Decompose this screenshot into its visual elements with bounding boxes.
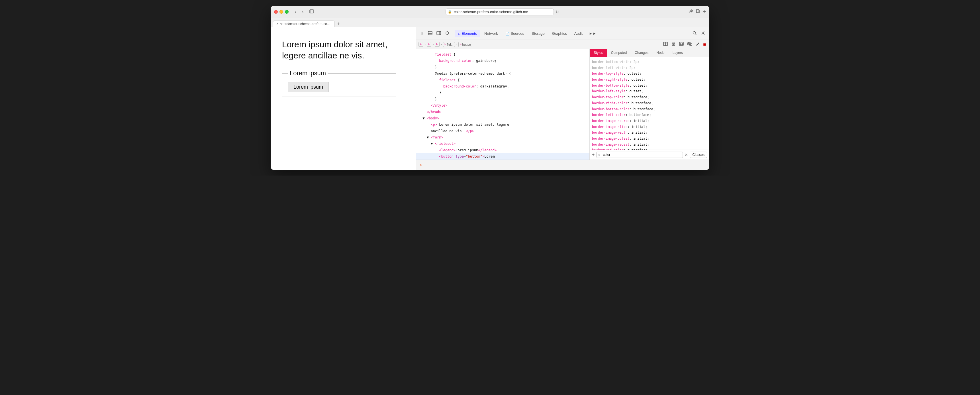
styles-tab-layers[interactable]: Layers [669, 49, 687, 57]
devtools-breadcrumb: E › E › E › E fiel... › E button [416, 40, 710, 49]
print-tool-button[interactable] [670, 41, 677, 48]
tab-graphics[interactable]: Graphics [549, 30, 570, 37]
devtools-close-button[interactable]: ✕ [418, 30, 426, 37]
grid-tool-button[interactable] [662, 41, 669, 48]
color-picker-button[interactable]: ■ [702, 41, 707, 48]
traffic-lights [274, 10, 289, 14]
breadcrumb-button[interactable]: E button [458, 42, 473, 47]
new-tab-button[interactable] [696, 8, 700, 15]
styles-tab-node[interactable]: Node [652, 49, 669, 57]
bc-tag-1: E [420, 43, 422, 46]
style-line: border-image-slice: initial; [592, 124, 707, 130]
html-line: background-color: gainsboro; [416, 57, 589, 64]
breadcrumb-button-label: button [462, 43, 471, 46]
maximize-button[interactable] [285, 10, 289, 14]
devtools-toolbar: ✕ [416, 27, 710, 40]
style-line: border-left-color: buttonface; [592, 112, 707, 118]
styles-tab-styles[interactable]: Styles [590, 49, 607, 57]
close-button[interactable] [274, 10, 278, 14]
elements-tab-label: Elements [461, 31, 477, 36]
console-input[interactable] [424, 163, 706, 167]
sources-tab-label: Sources [511, 31, 524, 36]
style-line: border-right-color: buttonface; [592, 100, 707, 106]
svg-rect-24 [680, 43, 682, 45]
styles-footer: + ○ ✕ Classes [590, 150, 710, 159]
breadcrumb-fieldset[interactable]: E fiel... [443, 42, 455, 47]
pen-tool-button[interactable] [695, 41, 701, 48]
share-button[interactable] [689, 8, 694, 15]
bc-tag-5: E [460, 43, 462, 46]
html-line: background-color: darkslategray; [416, 83, 589, 89]
html-line: ▼ <fieldset> [416, 140, 589, 147]
browser-tab[interactable]: c https://color-scheme-prefers-color-sch… [273, 21, 335, 27]
lorem-ipsum-button[interactable]: Lorem ipsum [288, 82, 328, 92]
breadcrumb-e2[interactable]: E [427, 42, 431, 47]
reload-button[interactable]: ↻ [555, 10, 559, 14]
style-line: border-image-repeat: initial; [592, 142, 707, 148]
tab-sources[interactable]: 📄 Sources [502, 30, 528, 37]
multi-box-button[interactable] [686, 41, 694, 48]
back-button[interactable]: ‹ [293, 9, 298, 15]
style-line: border-right-style: outset; [592, 76, 707, 83]
search-button[interactable] [691, 30, 698, 37]
style-line: border-image-width: initial; [592, 130, 707, 135]
devtools-panel: ✕ [416, 27, 710, 170]
graphics-tab-label: Graphics [552, 31, 567, 36]
minimize-button[interactable] [280, 10, 283, 14]
page-paragraph: Lorem ipsum dolor sit amet,legere ancill… [282, 39, 404, 61]
styles-tab-changes[interactable]: Changes [631, 49, 652, 57]
tab-elements[interactable]: □ Elements [455, 30, 480, 37]
style-line: border-bottom-width: 2px [592, 59, 707, 65]
svg-line-14 [695, 34, 697, 35]
console-prompt-icon: > [420, 163, 422, 167]
page-legend: Lorem ipsum [288, 70, 328, 77]
breadcrumb-fieldset-label: fiel... [447, 43, 453, 46]
url-input[interactable] [445, 8, 554, 15]
breadcrumb-tools: ■ [662, 41, 707, 48]
tab-more[interactable]: ►► [587, 30, 598, 37]
style-line: border-image-source: initial; [592, 118, 707, 124]
sidebar-button[interactable] [308, 9, 316, 15]
filter-input[interactable] [596, 151, 683, 158]
styles-content[interactable]: border-bottom-width: 2px border-left-wid… [590, 57, 710, 150]
classes-button[interactable]: Classes [690, 151, 707, 158]
bc-arrow-2: › [433, 43, 434, 46]
html-line-selected: <button type="button">Lorem [416, 153, 589, 159]
tab-network[interactable]: Network [481, 30, 501, 37]
html-line: } [416, 64, 589, 70]
style-line: border-top-color: buttonface; [592, 94, 707, 100]
style-line: border-bottom-style: outset; [592, 83, 707, 89]
breadcrumb-e3[interactable]: E [435, 42, 439, 47]
new-tab-plus-button[interactable]: + [336, 21, 341, 27]
dock-side-button[interactable] [435, 30, 443, 37]
devtools-main: fieldset { background-color: gainsboro; … [416, 49, 710, 159]
console-bar: > [416, 159, 710, 170]
styles-panel: Styles Computed Changes Node Layers bord… [590, 49, 710, 159]
html-line: fieldset { [416, 77, 589, 83]
inspect-button[interactable] [443, 30, 451, 37]
tab-audit[interactable]: Audit [571, 30, 586, 37]
audit-tab-label: Audit [574, 31, 583, 36]
tab-storage[interactable]: Storage [528, 30, 548, 37]
svg-point-13 [693, 31, 696, 34]
add-button[interactable]: + [703, 8, 706, 15]
bc-arrow-4: › [456, 43, 457, 46]
bc-arrow-3: › [441, 43, 442, 46]
forward-button[interactable]: › [300, 9, 305, 15]
lock-icon: 🔒 [448, 10, 452, 14]
settings-button[interactable] [699, 30, 707, 37]
styles-tab-computed[interactable]: Computed [607, 49, 631, 57]
clear-filter-button[interactable]: ✕ [684, 153, 688, 157]
content-area: Lorem ipsum dolor sit amet,legere ancill… [270, 27, 710, 170]
style-line: border-left-style: outset; [592, 88, 707, 94]
box-tool-button[interactable] [678, 41, 685, 48]
add-style-button[interactable]: + [592, 152, 595, 157]
dock-bottom-button[interactable] [426, 30, 434, 37]
bc-tag-2: E [428, 43, 430, 46]
breadcrumb-e1[interactable]: E [418, 42, 423, 47]
html-line: </style> [416, 102, 589, 108]
html-panel[interactable]: fieldset { background-color: gainsboro; … [416, 49, 590, 159]
html-line: <legend>Lorem ipsum</legend> [416, 147, 589, 153]
url-bar: 🔒 ↻ [318, 8, 687, 15]
bc-tag-3: E [436, 43, 438, 46]
